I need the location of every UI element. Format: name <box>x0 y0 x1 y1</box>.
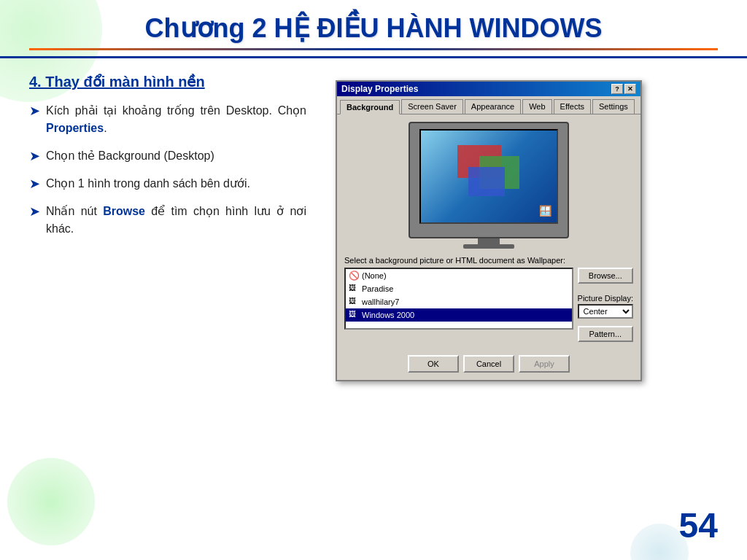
windows-logo: 🪟 <box>539 205 551 217</box>
wallpaper-item-none[interactable]: 🚫 (None) <box>346 269 572 282</box>
list-item: ➤ Chọn thẻ Background (Desktop) <box>29 147 306 165</box>
wallpaper-item-wallhilary7[interactable]: 🖼 wallhilary7 <box>346 295 572 308</box>
bullet-text-1: Kích phải tại khoảng trống trên Desktop.… <box>46 102 306 137</box>
tab-background[interactable]: Background <box>340 100 400 114</box>
monitor-screen-bg: 🪟 <box>421 131 557 222</box>
header: Chương 2 HỆ ĐIỀU HÀNH WINDOWS <box>0 0 747 58</box>
list-item: ➤ Kích phải tại khoảng trống trên Deskto… <box>29 102 306 137</box>
bullet-arrow-4: ➤ <box>29 203 40 219</box>
close-button[interactable]: ✕ <box>624 84 636 94</box>
picture-display-select[interactable]: Center Tile Stretch <box>578 304 633 319</box>
wallpaper-item-windows2000[interactable]: 🖼 Windows 2000 <box>346 308 572 322</box>
dialog-title: Display Properties <box>341 84 418 94</box>
list-item: ➤ Chọn 1 hình trong danh sách bên dưới. <box>29 175 306 192</box>
keyword-browse: Browse <box>103 205 145 217</box>
wallpaper-name-paradise: Paradise <box>362 284 393 293</box>
monitor-stand <box>478 238 500 244</box>
main-content: 4. Thay đổi màn hình nền ➤ Kích phải tại… <box>0 58 747 545</box>
header-divider <box>29 48 718 50</box>
monitor-screen: 🪟 <box>419 129 558 224</box>
text-panel: 4. Thay đổi màn hình nền ➤ Kích phải tại… <box>29 73 306 538</box>
dialog-tabs: Background Screen Saver Appearance Web E… <box>337 96 640 114</box>
wallpaper-item-paradise[interactable]: 🖼 Paradise <box>346 282 572 295</box>
cancel-button[interactable]: Cancel <box>463 355 514 373</box>
bullet-arrow-2: ➤ <box>29 148 40 164</box>
picture-display-section: Picture Display: Center Tile Stretch <box>578 291 633 319</box>
help-button[interactable]: ? <box>611 84 623 94</box>
ok-button[interactable]: OK <box>408 355 459 373</box>
browse-button[interactable]: Browse... <box>578 268 633 284</box>
monitor: 🪟 <box>409 122 569 249</box>
monitor-outer: 🪟 <box>409 122 569 238</box>
windows2000-icon: 🖼 <box>349 310 359 320</box>
wallpaper-row: 🚫 (None) 🖼 Paradise 🖼 wallhilary7 � <box>344 268 633 342</box>
wallpaper-listbox[interactable]: 🚫 (None) 🖼 Paradise 🖼 wallhilary7 � <box>344 268 573 330</box>
wallpaper-name-windows2000: Windows 2000 <box>362 311 414 319</box>
display-properties-dialog: Display Properties ? ✕ Background Screen… <box>336 80 642 381</box>
wallpaper-name-none: (None) <box>362 271 387 280</box>
titlebar-buttons: ? ✕ <box>611 84 636 94</box>
desktop-rect-blue <box>468 167 505 196</box>
bullet-text-2: Chọn thẻ Background (Desktop) <box>46 147 306 165</box>
wallpaper-controls: Browse... Picture Display: Center Tile S… <box>578 268 633 342</box>
wallpaper-label: Select a background picture or HTML docu… <box>344 256 633 265</box>
wallhilary7-icon: 🖼 <box>349 297 359 307</box>
dialog-body: 🪟 Select a background picture or HTML do… <box>337 114 640 349</box>
paradise-icon: 🖼 <box>349 284 359 294</box>
monitor-preview: 🪟 <box>344 122 633 249</box>
bullet-arrow-3: ➤ <box>29 176 40 192</box>
dialog-titlebar: Display Properties ? ✕ <box>337 82 640 96</box>
tab-settings[interactable]: Settings <box>592 99 635 114</box>
tab-screensaver[interactable]: Screen Saver <box>401 99 463 114</box>
dialog-container: Display Properties ? ✕ Background Screen… <box>321 73 657 538</box>
wallpaper-name-wallhilary7: wallhilary7 <box>362 298 399 306</box>
page-title: Chương 2 HỆ ĐIỀU HÀNH WINDOWS <box>29 13 718 44</box>
tab-effects[interactable]: Effects <box>554 99 591 114</box>
page-number: 54 <box>679 505 718 545</box>
monitor-base <box>463 244 514 249</box>
none-icon: 🚫 <box>349 271 359 281</box>
bullet-list: ➤ Kích phải tại khoảng trống trên Deskto… <box>29 102 306 238</box>
list-item: ➤ Nhấn nút Browse để tìm chọn hình lưu ở… <box>29 203 306 238</box>
bullet-arrow-1: ➤ <box>29 103 40 119</box>
tab-web[interactable]: Web <box>522 99 551 114</box>
apply-button[interactable]: Apply <box>519 355 570 373</box>
keyword-properties: Properties <box>46 122 104 134</box>
picture-display-label: Picture Display: <box>578 294 633 303</box>
bullet-text-4: Nhấn nút Browse để tìm chọn hình lưu ở n… <box>46 203 306 238</box>
pattern-button[interactable]: Pattern... <box>578 326 633 342</box>
dialog-footer: OK Cancel Apply <box>337 349 640 380</box>
bullet-text-3: Chọn 1 hình trong danh sách bên dưới. <box>46 175 306 192</box>
tab-appearance[interactable]: Appearance <box>465 99 521 114</box>
section-title: 4. Thay đổi màn hình nền <box>29 73 306 90</box>
